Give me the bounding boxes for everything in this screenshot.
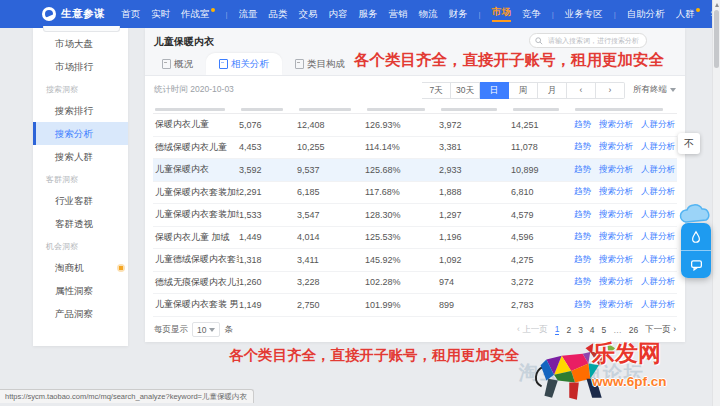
navbar-item[interactable]: 品类 xyxy=(269,8,288,21)
metric-cell-5: 10,899 xyxy=(511,165,573,175)
tab[interactable]: 概况 xyxy=(149,53,206,75)
audience-analysis-link[interactable]: 人群分析 xyxy=(641,164,675,176)
search-box[interactable] xyxy=(529,33,647,48)
floating-deny-button[interactable]: 不 xyxy=(678,133,700,154)
trend-link[interactable]: 趋势 xyxy=(574,119,591,131)
navbar-item[interactable]: 财务 xyxy=(449,8,468,21)
navbar-item[interactable]: 人群 xyxy=(676,8,700,21)
date-filter-button[interactable]: 周 xyxy=(509,82,538,99)
sidebar-item[interactable]: 市场大盘 xyxy=(33,32,128,55)
trend-link[interactable]: 趋势 xyxy=(574,209,591,221)
date-filter-button[interactable]: 7天 xyxy=(422,82,451,99)
metric-cell-5: 3,272 xyxy=(511,277,573,287)
sidebar-item[interactable]: 搜索排行 xyxy=(33,99,128,122)
date-filter-button[interactable]: 月 xyxy=(538,82,567,99)
navbar-item[interactable]: 实时 xyxy=(151,8,170,21)
sidebar-item[interactable]: 搜索人群 xyxy=(33,145,128,168)
per-page-value: 10 xyxy=(197,325,206,335)
keyword-cell[interactable]: 儿童保暖内衣套装加绒 xyxy=(153,208,239,221)
page-number[interactable]: 3 xyxy=(578,325,583,335)
navbar-item[interactable]: 竞争 xyxy=(522,8,541,21)
search-analysis-link[interactable]: 搜索分析 xyxy=(599,276,633,288)
sidebar-item[interactable]: 市场排行 xyxy=(33,55,128,78)
trend-link[interactable]: 趋势 xyxy=(574,299,591,311)
navbar-item[interactable]: 业务专区 xyxy=(565,8,603,21)
sidebar-item[interactable]: 属性洞察 xyxy=(33,279,128,302)
feedback-button[interactable] xyxy=(681,250,711,278)
keyword-cell[interactable]: 保暖内衣儿童 加绒 xyxy=(153,231,239,244)
terminal-dropdown[interactable]: 所有终端 xyxy=(633,84,676,96)
navbar-item[interactable]: 首页 xyxy=(121,8,140,21)
next-page-button[interactable]: 下一页 › xyxy=(645,324,676,336)
date-filter-button[interactable]: › xyxy=(596,82,625,99)
brand[interactable]: 生意参谋 xyxy=(42,7,105,21)
date-filter-button[interactable]: ‹ xyxy=(567,82,596,99)
keyword-cell[interactable]: 儿童保暖内衣套装 男孩 xyxy=(153,298,239,311)
navbar-item[interactable]: 作战室 xyxy=(181,8,215,21)
scroll-up-arrow[interactable] xyxy=(713,0,720,9)
per-page-select[interactable]: 10 xyxy=(192,322,220,337)
date-filter-button[interactable]: 日 xyxy=(480,82,509,99)
sidebar-item[interactable]: 淘商机 xyxy=(33,256,128,279)
trend-link[interactable]: 趋势 xyxy=(574,164,591,176)
navbar-item[interactable]: 流量 xyxy=(239,8,258,21)
sidebar-item-label: 搜索分析 xyxy=(55,128,93,139)
audience-analysis-link[interactable]: 人群分析 xyxy=(641,186,675,198)
keyword-cell[interactable]: 德绒无痕保暖内衣儿童 xyxy=(153,276,239,289)
keyword-cell[interactable]: 儿童保暖内衣套装加绒加厚 xyxy=(153,186,239,199)
navbar-item[interactable]: 市场 xyxy=(492,6,511,22)
per-page-label: 每页显示 xyxy=(154,324,188,336)
navbar-item[interactable]: 营销 xyxy=(389,8,408,21)
search-analysis-link[interactable]: 搜索分析 xyxy=(599,299,633,311)
trend-link[interactable]: 趋势 xyxy=(574,254,591,266)
audience-analysis-link[interactable]: 人群分析 xyxy=(641,141,675,153)
audience-analysis-link[interactable]: 人群分析 xyxy=(641,119,675,131)
search-analysis-link[interactable]: 搜索分析 xyxy=(599,119,633,131)
search-analysis-link[interactable]: 搜索分析 xyxy=(599,141,633,153)
keyword-cell[interactable]: 儿童德绒保暖内衣套装 xyxy=(153,253,239,266)
trend-link[interactable]: 趋势 xyxy=(574,141,591,153)
sidebar-item[interactable]: 客群透视 xyxy=(33,212,128,235)
keyword-cell[interactable]: 保暖内衣儿童 xyxy=(153,118,239,131)
sidebar-item[interactable]: 产品洞察 xyxy=(33,302,128,325)
page-number[interactable]: … xyxy=(613,325,622,335)
metric-cell-3: 125.68% xyxy=(365,165,439,175)
navbar-item[interactable]: 内容 xyxy=(329,8,348,21)
page-number[interactable]: 4 xyxy=(590,325,595,335)
sidebar-item-label: 市场排行 xyxy=(55,61,93,72)
keyword-cell[interactable]: 德绒保暖内衣儿童 xyxy=(153,141,239,154)
navbar-item[interactable]: 物流 xyxy=(419,8,438,21)
tab[interactable]: 类目构成 xyxy=(282,53,358,75)
navbar-item[interactable]: 自助分析 xyxy=(627,8,665,21)
navbar-item[interactable]: 服务 xyxy=(359,8,378,21)
metric-cell-2: 6,185 xyxy=(297,187,365,197)
sidebar-item[interactable]: 行业客群 xyxy=(33,189,128,212)
keyword-cell[interactable]: 儿童保暖内衣 xyxy=(153,163,239,176)
search-analysis-link[interactable]: 搜索分析 xyxy=(599,209,633,221)
navbar-item[interactable]: 交易 xyxy=(299,8,318,21)
audience-analysis-link[interactable]: 人群分析 xyxy=(641,209,675,221)
tab[interactable]: 相关分析 xyxy=(206,53,282,75)
page-number[interactable]: 26 xyxy=(629,325,638,335)
metric-cell-2: 10,255 xyxy=(297,142,365,152)
search-analysis-link[interactable]: 搜索分析 xyxy=(599,164,633,176)
audience-analysis-link[interactable]: 人群分析 xyxy=(641,276,675,288)
audience-analysis-link[interactable]: 人群分析 xyxy=(641,231,675,243)
scrollbar-thumb[interactable] xyxy=(714,10,719,68)
trend-link[interactable]: 趋势 xyxy=(574,276,591,288)
navbar-item-label: | xyxy=(479,10,481,19)
page-number[interactable]: 5 xyxy=(602,325,607,335)
page-number[interactable]: 2 xyxy=(566,325,571,335)
date-filter-button[interactable]: 30天 xyxy=(451,82,480,99)
audience-analysis-link[interactable]: 人群分析 xyxy=(641,254,675,266)
search-analysis-link[interactable]: 搜索分析 xyxy=(599,186,633,198)
trend-link[interactable]: 趋势 xyxy=(574,186,591,198)
sidebar-item[interactable]: 搜索分析 xyxy=(33,122,128,145)
trend-link[interactable]: 趋势 xyxy=(574,231,591,243)
search-input[interactable] xyxy=(546,36,641,45)
page-number[interactable]: 1 xyxy=(555,324,560,335)
audience-analysis-link[interactable]: 人群分析 xyxy=(641,299,675,311)
search-analysis-link[interactable]: 搜索分析 xyxy=(599,231,633,243)
prev-page-button[interactable]: ‹ 上一页 xyxy=(517,324,548,336)
search-analysis-link[interactable]: 搜索分析 xyxy=(599,254,633,266)
